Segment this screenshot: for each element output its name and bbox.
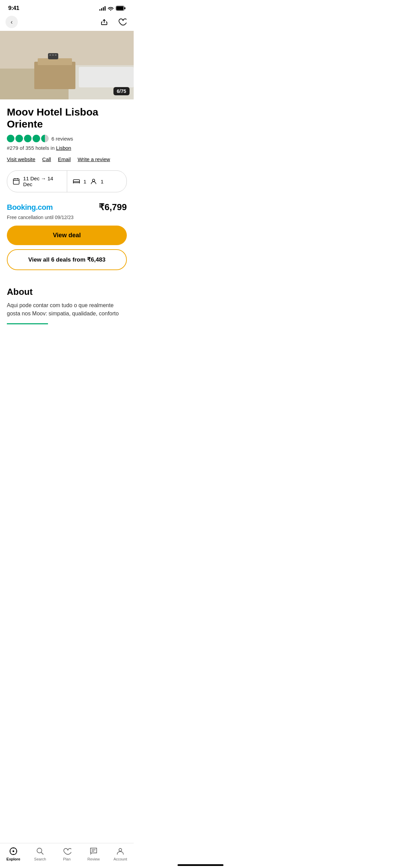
wifi-icon xyxy=(108,6,114,11)
write-review-link[interactable]: Write a review xyxy=(77,156,110,162)
cancellation-policy: Free cancellation until 09/12/23 xyxy=(7,215,127,220)
about-title: About xyxy=(7,287,127,297)
rooms-count: 1 xyxy=(84,179,86,184)
svg-rect-2 xyxy=(124,7,125,9)
rating-dot-2 xyxy=(15,135,23,142)
header-actions xyxy=(98,16,128,28)
status-icons xyxy=(99,6,125,11)
deal-price: ₹6,799 xyxy=(99,202,127,213)
action-links: Visit website Call Email Write a review xyxy=(7,156,127,162)
progress-bar xyxy=(7,323,48,324)
booking-selector[interactable]: 11 Dec → 14 Dec 1 1 xyxy=(7,170,127,192)
review-count: 6 reviews xyxy=(51,136,73,142)
favorite-button[interactable] xyxy=(116,16,128,28)
ranking-city-link[interactable]: Lisbon xyxy=(56,145,71,151)
bed-icon xyxy=(73,178,80,185)
back-arrow-icon: ‹ xyxy=(11,19,13,25)
booking-logo: Booking.com xyxy=(7,203,53,212)
tripadvisor-rating xyxy=(7,135,49,142)
rating-dot-5 xyxy=(41,135,49,142)
view-deal-button[interactable]: View deal xyxy=(7,226,127,245)
status-bar: 9:41 xyxy=(0,0,134,14)
view-all-deals-button[interactable]: View all 6 deals from ₹6,483 xyxy=(7,249,127,270)
rating-row: 6 reviews xyxy=(7,135,127,142)
signal-icon xyxy=(99,6,106,11)
call-link[interactable]: Call xyxy=(42,156,51,162)
status-time: 9:41 xyxy=(8,5,19,12)
visit-website-link[interactable]: Visit website xyxy=(7,156,35,162)
hotel-name: Moov Hotel Lisboa Oriente xyxy=(7,106,127,130)
guests-count: 1 xyxy=(101,179,104,184)
share-button[interactable] xyxy=(98,16,110,28)
email-link[interactable]: Email xyxy=(58,156,71,162)
about-text: Aqui pode contar com tudo o que realment… xyxy=(7,301,127,318)
header-nav: ‹ xyxy=(0,14,134,31)
rating-dot-1 xyxy=(7,135,14,142)
battery-icon xyxy=(116,6,125,11)
photo-counter: 6/75 xyxy=(113,87,130,95)
hotel-image: 6/75 xyxy=(0,31,134,99)
date-selector[interactable]: 11 Dec → 14 Dec xyxy=(7,171,67,192)
about-section: About Aqui pode contar com tudo o que re… xyxy=(7,287,127,318)
svg-rect-14 xyxy=(13,179,19,184)
deal-section: Booking.com ₹6,799 Free cancellation unt… xyxy=(7,202,127,281)
guests-icon xyxy=(90,178,97,185)
deal-header: Booking.com ₹6,799 xyxy=(7,202,127,213)
svg-rect-1 xyxy=(117,7,124,10)
ranking-text: #279 of 355 hotels in Lisbon xyxy=(7,145,127,151)
calendar-icon xyxy=(13,178,20,185)
back-button[interactable]: ‹ xyxy=(5,16,18,28)
main-content: Moov Hotel Lisboa Oriente 6 reviews #279… xyxy=(0,99,134,324)
rating-dot-4 xyxy=(33,135,40,142)
svg-point-15 xyxy=(92,179,95,182)
rating-dot-3 xyxy=(24,135,32,142)
date-range-text: 11 Dec → 14 Dec xyxy=(23,176,61,187)
room-guest-selector[interactable]: 1 1 xyxy=(67,171,127,192)
